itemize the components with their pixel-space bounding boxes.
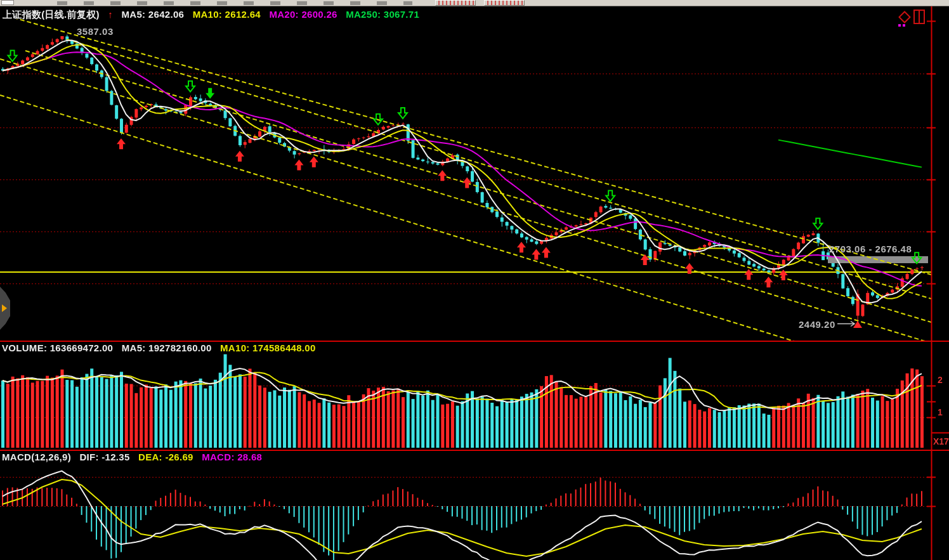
volume-value: VOLUME: 163669472.00 xyxy=(2,342,113,353)
candlestick-chart-canvas[interactable] xyxy=(0,0,949,560)
dea-value: DEA: -26.69 xyxy=(138,452,193,462)
volume-ma5-value: MA5: 192782160.00 xyxy=(122,342,212,353)
menu-bar[interactable] xyxy=(0,0,949,6)
volume-header: VOLUME: 163669472.00 MA5: 192782160.00 M… xyxy=(2,342,322,353)
magenta-dot-icon xyxy=(898,24,901,27)
split-window-icon[interactable] xyxy=(913,10,925,24)
peak-price-label: 3587.03 xyxy=(77,26,114,37)
main-chart-header: 上证指数(日线.前复权) ↑ MA5: 2642.06 MA10: 2612.6… xyxy=(3,9,425,21)
ma250-value: MA250: 3067.71 xyxy=(346,9,419,20)
low-price-label: 2449.20 xyxy=(799,319,835,330)
dif-value: DIF: -12.35 xyxy=(79,452,129,462)
expand-arrow-icon xyxy=(2,304,7,312)
ma20-value: MA20: 2600.26 xyxy=(269,9,337,20)
toolbar-icon[interactable] xyxy=(1,0,14,5)
macd-params: MACD(12,26,9) xyxy=(2,452,71,462)
scale-multiplier-label: X17 xyxy=(933,436,949,446)
menu-button-2[interactable] xyxy=(484,0,525,6)
trading-app-window: { "header": { "symbol": "上证指数(日线.前复权)", … xyxy=(0,0,949,560)
macd-header: MACD(12,26,9) DIF: -12.35 DEA: -26.69 MA… xyxy=(2,452,268,462)
gap-range-label: 2703.06 - 2676.48 xyxy=(829,244,912,254)
macd-value: MACD: 28.68 xyxy=(202,452,262,462)
menu-button-1[interactable] xyxy=(435,0,476,6)
ma5-value: MA5: 2642.06 xyxy=(122,9,185,20)
volume-axis-label-2: 2 xyxy=(938,375,943,385)
ma10-value: MA10: 2612.64 xyxy=(193,9,261,20)
up-arrow-icon: ↑ xyxy=(108,9,113,20)
magenta-dot-icon xyxy=(903,24,905,27)
volume-ma10-value: MA10: 174586448.00 xyxy=(220,342,316,353)
volume-axis-label-1: 1 xyxy=(938,407,943,417)
menu-text-clipped xyxy=(57,1,412,5)
symbol-title: 上证指数(日线.前复权) xyxy=(3,9,100,20)
